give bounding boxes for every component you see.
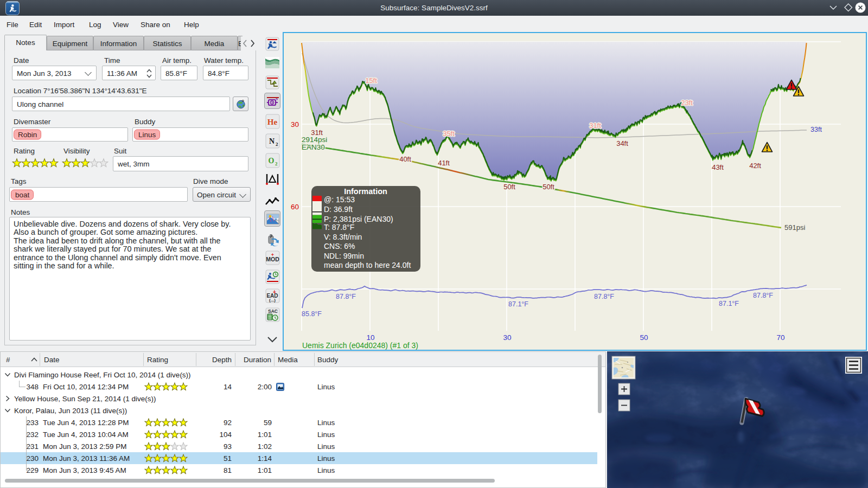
svg-text:SAC: SAC [268,309,278,314]
svg-text:EAN30: EAN30 [302,143,325,151]
svg-text:2: 2 [276,142,278,147]
svg-text:50ft: 50ft [503,183,515,191]
svg-text:50: 50 [640,333,648,342]
svg-text:30: 30 [291,120,299,129]
svg-text:50ft: 50ft [542,183,554,191]
svg-text:33ft: 33ft [810,126,822,133]
svg-text:mean depth to here 24.0ft: mean depth to here 24.0ft [324,261,411,269]
svg-text:87.8°F: 87.8°F [594,293,614,300]
svg-text:42ft: 42ft [749,162,761,170]
svg-text:MOD: MOD [266,256,279,262]
svg-text:34ft: 34ft [616,139,628,147]
svg-text:30: 30 [503,333,511,342]
svg-text:P: 2,381psi (EAN30): P: 2,381psi (EAN30) [324,215,393,223]
svg-text:31ft: 31ft [589,121,601,130]
svg-text:591psi: 591psi [784,223,805,232]
svg-text:43ft: 43ft [712,163,724,171]
svg-text:87.8°F: 87.8°F [336,293,356,300]
svg-text:10: 10 [366,333,374,342]
svg-text:V: 8.3ft/min: V: 8.3ft/min [324,233,362,241]
svg-text:87.1°F: 87.1°F [508,300,528,308]
svg-text:23ft: 23ft [681,99,693,107]
svg-text:60: 60 [291,203,299,211]
svg-text:2914psi: 2914psi [302,136,327,144]
svg-text:Information: Information [344,187,387,196]
svg-text:NDL: 99min: NDL: 99min [324,252,364,260]
svg-text:N: N [269,137,275,145]
svg-text:87.8°F: 87.8°F [753,292,773,299]
svg-text:35ft: 35ft [443,130,455,138]
svg-text:He: He [267,118,278,126]
svg-text:40ft: 40ft [399,155,411,163]
svg-text:(...): (...) [269,298,276,303]
svg-text:2: 2 [275,161,278,166]
svg-text:D: 36.9ft: D: 36.9ft [324,205,353,214]
svg-text:41ft: 41ft [438,159,450,167]
svg-text:CNS: 6%: CNS: 6% [324,242,355,251]
svg-text:Uemis Zurich (e04d0248) (#1 of: Uemis Zurich (e04d0248) (#1 of 3) [302,341,418,350]
svg-text:87.1°F: 87.1°F [719,300,739,307]
svg-text:70: 70 [776,333,784,342]
svg-text:15ft: 15ft [365,76,377,85]
svg-text:@: 15:53: @: 15:53 [324,195,355,204]
svg-text:85.8°F: 85.8°F [302,310,322,318]
svg-text:O: O [269,157,275,165]
svg-text:T: 87.8°F: T: 87.8°F [324,223,354,232]
